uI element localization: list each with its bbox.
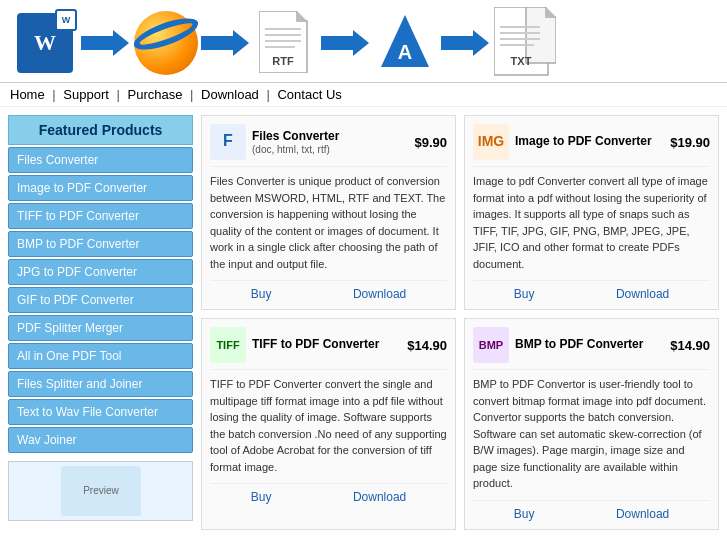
arrow-icon-4	[441, 28, 489, 58]
a-icon-box: A	[370, 8, 440, 78]
navbar: Home | Support | Purchase | Download | C…	[0, 83, 727, 107]
product-desc-tiff-pdf: TIFF to PDF Converter convert the single…	[210, 376, 447, 475]
svg-marker-3	[297, 11, 307, 21]
arrow-icon-3	[321, 28, 369, 58]
product-card-image-pdf: IMG Image to PDF Converter $19.90 Image …	[464, 115, 719, 310]
product-actions-tiff-pdf: Buy Download	[210, 483, 447, 504]
nav-download[interactable]: Download	[201, 87, 259, 102]
nav-support[interactable]: Support	[63, 87, 109, 102]
svg-marker-9	[321, 30, 369, 56]
sidebar-item-pdf-splitter[interactable]: PDF Splitter Merger	[8, 315, 193, 341]
sidebar: Featured Products Files Converter Image …	[8, 115, 193, 530]
sidebar-item-jpg-pdf[interactable]: JPG to PDF Converter	[8, 259, 193, 285]
svg-text:IMG: IMG	[478, 133, 505, 149]
product-title-image-pdf: Image to PDF Converter	[515, 134, 664, 150]
ie-browser-icon	[130, 7, 200, 79]
svg-marker-12	[441, 30, 489, 56]
word-letter: W	[34, 30, 56, 56]
download-bmp-pdf[interactable]: Download	[616, 507, 669, 521]
a-svg: A	[377, 11, 433, 75]
svg-text:TXT: TXT	[511, 55, 532, 67]
buy-tiff-pdf[interactable]: Buy	[251, 490, 272, 504]
nav-contact[interactable]: Contact Us	[277, 87, 341, 102]
product-actions-image-pdf: Buy Download	[473, 280, 710, 301]
word-doc-icon: W W	[17, 13, 73, 73]
arrow-1	[80, 18, 130, 68]
product-card-tiff-pdf: TIFF TIFF to PDF Converter $14.90 TIFF t…	[201, 318, 456, 530]
product-price-files-converter: $9.90	[414, 135, 447, 150]
svg-text:A: A	[398, 41, 412, 63]
nav-home[interactable]: Home	[10, 87, 45, 102]
svg-text:RTF: RTF	[272, 55, 294, 67]
svg-marker-16	[546, 7, 556, 17]
sidebar-item-all-in-one[interactable]: All in One PDF Tool	[8, 343, 193, 369]
product-header-files-converter: F Files Converter (doc, html, txt, rtf) …	[210, 124, 447, 167]
download-tiff-pdf[interactable]: Download	[353, 490, 406, 504]
product-img-image-pdf: IMG	[473, 124, 509, 160]
product-price-tiff-pdf: $14.90	[407, 338, 447, 353]
arrow-3	[320, 18, 370, 68]
txt-svg: TXT	[494, 7, 556, 77]
product-actions-files-converter: Buy Download	[210, 280, 447, 301]
sidebar-bottom-image: Preview	[8, 461, 193, 521]
sidebar-item-gif-pdf[interactable]: GIF to PDF Converter	[8, 287, 193, 313]
word-badge: W	[55, 9, 77, 31]
products-area: F Files Converter (doc, html, txt, rtf) …	[201, 115, 719, 530]
rtf-svg: RTF	[259, 11, 311, 73]
svg-text:TIFF: TIFF	[216, 339, 239, 351]
buy-files-converter[interactable]: Buy	[251, 287, 272, 301]
buy-image-pdf[interactable]: Buy	[514, 287, 535, 301]
rtf-doc-icon: RTF	[259, 11, 311, 76]
product-header-bmp-pdf: BMP BMP to PDF Converter $14.90	[473, 327, 710, 370]
sidebar-item-image-pdf[interactable]: Image to PDF Converter	[8, 175, 193, 201]
sidebar-item-files-splitter[interactable]: Files Splitter and Joiner	[8, 371, 193, 397]
word-icon-box: W W	[10, 8, 80, 78]
product-img-bmp-pdf: BMP	[473, 327, 509, 363]
rtf-icon-box: RTF	[250, 8, 320, 78]
svg-text:Preview: Preview	[83, 485, 119, 496]
product-desc-bmp-pdf: BMP to PDF Convertor is user-friendly to…	[473, 376, 710, 492]
svg-marker-1	[201, 30, 249, 56]
product-price-image-pdf: $19.90	[670, 135, 710, 150]
svg-marker-0	[81, 30, 129, 56]
sidebar-item-text-wav[interactable]: Text to Wav File Converter	[8, 399, 193, 425]
download-files-converter[interactable]: Download	[353, 287, 406, 301]
product-header-tiff-pdf: TIFF TIFF to PDF Converter $14.90	[210, 327, 447, 370]
ie-icon-box	[130, 8, 200, 78]
product-card-bmp-pdf: BMP BMP to PDF Converter $14.90 BMP to P…	[464, 318, 719, 530]
svg-text:F: F	[223, 132, 233, 149]
sidebar-bottom-svg: Preview	[61, 466, 141, 516]
txt-icon-box: TXT	[490, 8, 560, 78]
product-desc-image-pdf: Image to pdf Converter convert all type …	[473, 173, 710, 272]
banner: W W RTF	[0, 0, 727, 83]
sidebar-item-wav-joiner[interactable]: Wav Joiner	[8, 427, 193, 453]
arrow-4	[440, 18, 490, 68]
sidebar-title: Featured Products	[8, 115, 193, 145]
product-subtitle-files-converter: (doc, html, txt, rtf)	[252, 144, 408, 155]
product-actions-bmp-pdf: Buy Download	[473, 500, 710, 521]
svg-text:BMP: BMP	[479, 339, 503, 351]
main-layout: Featured Products Files Converter Image …	[0, 107, 727, 538]
sidebar-item-files-converter[interactable]: Files Converter	[8, 147, 193, 173]
download-image-pdf[interactable]: Download	[616, 287, 669, 301]
product-desc-files-converter: Files Converter is unique product of con…	[210, 173, 447, 272]
product-title-files-converter: Files Converter	[252, 129, 408, 145]
arrow-icon-1	[81, 28, 129, 58]
product-price-bmp-pdf: $14.90	[670, 338, 710, 353]
product-img-files-converter: F	[210, 124, 246, 160]
a-doc-icon: A	[377, 11, 433, 75]
txt-doc-icon: TXT	[494, 7, 556, 80]
product-header-image-pdf: IMG Image to PDF Converter $19.90	[473, 124, 710, 167]
nav-purchase[interactable]: Purchase	[127, 87, 182, 102]
product-title-bmp-pdf: BMP to PDF Converter	[515, 337, 664, 353]
arrow-2	[200, 18, 250, 68]
product-img-tiff-pdf: TIFF	[210, 327, 246, 363]
sidebar-item-tiff-pdf[interactable]: TIFF to PDF Converter	[8, 203, 193, 229]
product-title-tiff-pdf: TIFF to PDF Converter	[252, 337, 401, 353]
arrow-icon-2	[201, 28, 249, 58]
sidebar-item-bmp-pdf[interactable]: BMP to PDF Converter	[8, 231, 193, 257]
product-card-files-converter: F Files Converter (doc, html, txt, rtf) …	[201, 115, 456, 310]
buy-bmp-pdf[interactable]: Buy	[514, 507, 535, 521]
